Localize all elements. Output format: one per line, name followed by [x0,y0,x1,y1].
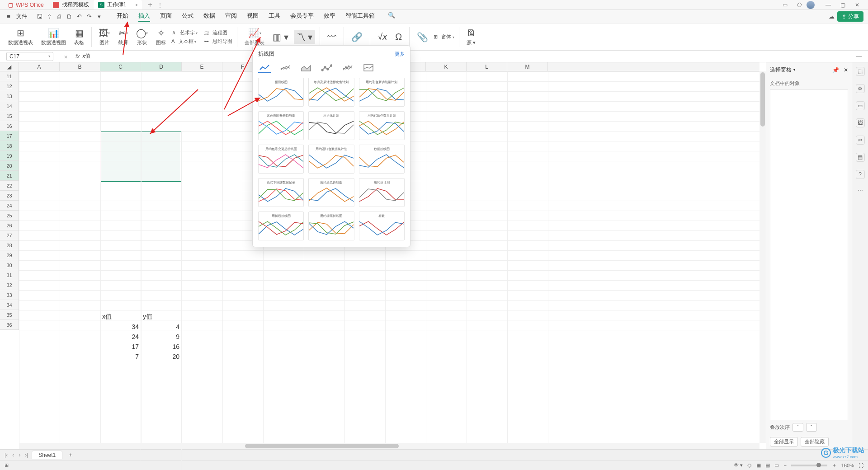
chart-thumb-0[interactable]: 预设线图 [258,78,304,107]
chart-type-basic-line[interactable] [258,62,271,73]
tab-close-icon[interactable]: • [135,1,137,9]
flowchart-button[interactable]: ⿴流程图 [204,29,232,36]
rail-tool-icon[interactable]: ✂ [856,136,865,145]
rail-layout-icon[interactable]: ▤ [856,153,865,162]
row-31[interactable]: 31 [0,270,19,280]
zoom-value[interactable]: 160% [841,463,854,468]
row-16[interactable]: 16 [0,121,19,131]
view-reading-icon[interactable]: ▭ [774,462,779,468]
chart-thumb-2[interactable]: 用约彩色新功能量计划 [359,78,405,107]
tab-start[interactable]: 开始 [117,12,128,22]
chart-type-area-line[interactable] [300,62,312,73]
rail-preview-icon[interactable]: ▭ [856,101,865,110]
col-K[interactable]: K [426,62,467,71]
add-tab-button[interactable]: ＋ [146,0,154,9]
name-box[interactable]: C17▾ [6,52,53,61]
save-icon[interactable]: 🖫 [35,13,43,20]
add-sheet-button[interactable]: ＋ [68,451,73,459]
resource-button[interactable]: 🖻源 ▾ [464,28,478,46]
row-25[interactable]: 25 [0,211,19,221]
rail-select-icon[interactable]: ⬚ [856,67,865,76]
chart-thumb-1[interactable]: 每月及累计达标发售计划 [308,78,354,107]
col-M[interactable]: M [507,62,548,71]
row-12[interactable]: 12 [0,81,19,91]
tab-member[interactable]: 会员专享 [290,12,314,22]
tab-efficiency[interactable]: 效率 [324,12,335,22]
status-mode-icon[interactable]: ⊞ [5,462,9,468]
select-all-corner[interactable]: ◢ [0,62,19,71]
mindmap-button[interactable]: ⊶思维导图 [204,38,232,45]
tab-insert[interactable]: 插入 [138,12,150,22]
layout-icon[interactable]: ▭ [778,2,792,8]
row-34[interactable]: 34 [0,300,19,310]
chart-thumb-8[interactable]: 数据折线图 [359,145,405,174]
chart-thumb-6[interactable]: 用约色彩变更趋势线图 [258,145,304,174]
col-C[interactable]: C [100,62,141,71]
bar-chart-button[interactable]: ▥ ▾ [270,32,291,42]
equation-button[interactable]: √x [375,32,390,42]
col-L[interactable]: L [467,62,507,71]
row-26[interactable]: 26 [0,221,19,230]
pin-icon[interactable]: 📌 [832,67,839,73]
cloud-icon[interactable]: ☁ [827,13,835,20]
row-17[interactable]: 17 [0,131,19,141]
redo-icon[interactable]: ↷ [85,13,93,20]
textbox-button[interactable]: A̲文本框 [171,38,198,45]
chart-thumb-10[interactable]: 用约原色折线图 [308,178,354,207]
row-14[interactable]: 14 [0,101,19,111]
preview-icon[interactable]: 🗋 [65,13,73,20]
sparkline-button[interactable]: 〰 [325,32,339,42]
tab-smart[interactable]: 智能工具箱 [345,12,375,22]
chart-thumb-13[interactable]: 用约穆亮折线图 [308,212,354,240]
chart-thumb-3[interactable]: 蓝色高阶升表趋势图 [258,111,304,140]
col-A[interactable]: A [19,62,60,71]
chart-thumb-12[interactable]: 用折锐折线图 [258,212,304,240]
tab-data[interactable]: 数据 [203,12,215,22]
zoom-out-button[interactable]: − [783,463,786,468]
search-icon[interactable]: 🔍 [387,12,396,22]
collapse-ribbon-icon[interactable]: — [856,53,862,60]
row-18[interactable]: 18 [0,141,19,151]
avatar-icon[interactable] [807,1,821,9]
row-19[interactable]: 19 [0,151,19,161]
chart-thumb-14[interactable]: 补数 [359,212,405,240]
tab-formula[interactable]: 公式 [182,12,193,22]
close-button[interactable]: ✕ [850,2,864,8]
row-20[interactable]: 20 [0,161,19,171]
document-tab[interactable]: S 工作簿1 • [94,0,142,9]
chart-type-marker-line[interactable] [321,62,333,73]
maximize-button[interactable]: ▢ [835,2,850,8]
row-23[interactable]: 23 [0,191,19,201]
template-tab[interactable]: 找稻壳模板 [48,0,94,9]
brand-tab[interactable]: ▢ WPS Office [4,1,48,9]
row-21[interactable]: 21 [0,171,19,181]
show-all-button[interactable]: 全部显示 [770,437,798,446]
row-24[interactable]: 24 [0,201,19,211]
minimize-button[interactable]: — [821,2,835,8]
row-11[interactable]: 11 [0,71,19,81]
print-icon[interactable]: ⎙ [55,13,63,20]
attachment-button[interactable]: 📎 [414,32,431,42]
shape-button[interactable]: ◯形状 [133,28,151,46]
sheet-first-icon[interactable]: |‹ [5,452,8,458]
picture-button[interactable]: 🖼图片 [96,28,113,46]
chart-type-multi-line[interactable] [279,62,292,73]
tab-tools[interactable]: 工具 [269,12,280,22]
col-D[interactable]: D [141,62,182,71]
share-button[interactable]: ⇪ 分享 [837,11,863,22]
tab-menu-icon[interactable]: ⋮ [157,2,163,8]
row-30[interactable]: 30 [0,260,19,270]
row-15[interactable]: 15 [0,111,19,121]
object-list[interactable] [770,89,848,420]
undo-icon[interactable]: ↶ [75,13,83,20]
export-icon[interactable]: ⇪ [45,13,53,20]
dropdown-icon[interactable]: ▾ [95,13,103,20]
vertical-scrollbar[interactable] [760,71,766,443]
rail-more-icon[interactable]: ⋯ [858,187,863,193]
zoom-in-button[interactable]: ＋ [832,462,837,469]
sheet-last-icon[interactable]: ›| [25,452,28,458]
row-29[interactable]: 29 [0,250,19,260]
view-eye-icon[interactable]: 👁 ▾ [734,462,743,468]
row-35[interactable]: 35 [0,310,19,320]
form-button[interactable]: ⊞窗体 [434,33,454,40]
